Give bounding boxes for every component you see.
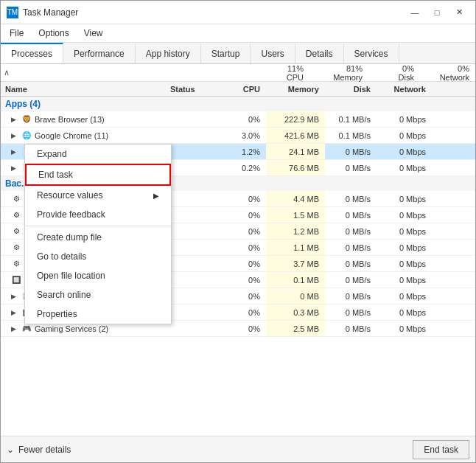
- row-memory: 3.7 MB: [266, 256, 325, 271]
- row-network: 0 Mbps: [377, 276, 432, 285]
- close-button[interactable]: ✕: [449, 5, 469, 20]
- menu-options[interactable]: Options: [32, 26, 74, 41]
- row-cpu: 0%: [222, 276, 266, 285]
- row-network: 0 Mbps: [377, 227, 432, 236]
- row-name: ▶ 🌐 Google Chrome (11): [1, 130, 170, 141]
- menu-file[interactable]: File: [4, 26, 29, 41]
- ctx-end-task[interactable]: End task: [25, 164, 171, 186]
- bottom-bar: ⌄ Fewer details End task: [1, 436, 475, 462]
- row-memory: 2.5 MB: [266, 321, 325, 336]
- row-memory: 1.5 MB: [266, 207, 325, 223]
- row-disk: 0 MB/s: [325, 324, 377, 333]
- minimize-button[interactable]: —: [405, 5, 425, 20]
- ctx-resource-values[interactable]: Resource values ▶: [25, 186, 171, 205]
- row-memory: 1.2 MB: [266, 223, 325, 239]
- fewer-details-button[interactable]: ⌄ Fewer details: [7, 445, 71, 455]
- row-disk: 0 MB/s: [325, 147, 377, 156]
- fewer-details-label: Fewer details: [18, 445, 71, 455]
- ctx-provide-feedback[interactable]: Provide feedback: [25, 205, 171, 224]
- expand-icon[interactable]: ▶: [11, 164, 18, 172]
- menu-view[interactable]: View: [78, 26, 109, 41]
- expand-icon[interactable]: ▶: [11, 132, 18, 139]
- table-row[interactable]: ▶ 🦁 Brave Browser (13) 0% 222.9 MB 0.1 M…: [1, 111, 475, 128]
- ctx-open-file-location[interactable]: Open file location: [25, 266, 171, 285]
- tab-services[interactable]: Services: [344, 43, 399, 63]
- ctx-properties[interactable]: Properties: [25, 304, 171, 324]
- tab-processes[interactable]: Processes: [1, 43, 63, 63]
- ctx-expand[interactable]: Expand: [25, 145, 171, 164]
- col-header-disk[interactable]: Disk: [325, 85, 377, 94]
- tab-users[interactable]: Users: [251, 43, 295, 63]
- row-cpu: 0%: [222, 243, 266, 252]
- title-bar-left: TM Task Manager: [7, 7, 78, 18]
- row-disk: 0 MB/s: [325, 195, 377, 203]
- expand-icon[interactable]: ▶: [11, 309, 18, 316]
- memory-percent: 81% Memory: [309, 64, 368, 82]
- col-header-name[interactable]: Name: [1, 85, 170, 94]
- task-manager-window: TM Task Manager — □ ✕ File Options View …: [0, 0, 476, 463]
- bg-icon: ⚙: [11, 194, 21, 204]
- row-disk: 0 MB/s: [325, 243, 377, 252]
- window-controls: — □ ✕: [405, 5, 469, 20]
- row-cpu: 1.2%: [222, 147, 266, 156]
- section-header-apps: Apps (4): [1, 97, 475, 111]
- ctx-go-to-details[interactable]: Go to details: [25, 247, 171, 266]
- row-network: 0 Mbps: [377, 308, 432, 317]
- tab-performance[interactable]: Performance: [63, 43, 136, 63]
- maximize-button[interactable]: □: [427, 5, 447, 20]
- table-row[interactable]: ▶ 🌐 Google Chrome (11) 3.0% 421.6 MB 0.1…: [1, 128, 475, 144]
- tab-app-history[interactable]: App history: [136, 43, 201, 63]
- row-memory: 0 MB: [266, 288, 325, 304]
- ctx-search-online[interactable]: Search online: [25, 285, 171, 304]
- col-header-memory[interactable]: Memory: [266, 85, 325, 94]
- col-header-cpu[interactable]: CPU: [222, 85, 266, 94]
- fewer-details-icon: ⌄: [7, 445, 14, 455]
- row-disk: 0 MB/s: [325, 276, 377, 285]
- row-memory: 1.1 MB: [266, 240, 325, 255]
- row-memory: 4.4 MB: [266, 191, 325, 206]
- window-title: Task Manager: [23, 7, 78, 18]
- row-cpu: 0%: [222, 260, 266, 268]
- gaming-icon: 🎮: [21, 324, 32, 334]
- row-memory: 0.1 MB: [266, 272, 325, 288]
- tab-details[interactable]: Details: [295, 43, 344, 63]
- col-header-network[interactable]: Network: [377, 85, 432, 94]
- tab-bar: Processes Performance App history Startu…: [1, 43, 475, 64]
- row-network: 0 Mbps: [377, 195, 432, 203]
- row-network: 0 Mbps: [377, 324, 432, 333]
- end-task-button[interactable]: End task: [413, 440, 469, 459]
- row-disk: 0 MB/s: [325, 164, 377, 173]
- row-network: 0 Mbps: [377, 164, 432, 173]
- row-disk: 0 MB/s: [325, 227, 377, 236]
- row-cpu: 0%: [222, 292, 266, 301]
- sort-arrow-icon: ∧: [4, 68, 10, 77]
- bg-icon: ⚙: [11, 226, 21, 237]
- expand-icon[interactable]: ▶: [11, 116, 18, 123]
- row-cpu: 0%: [222, 115, 266, 124]
- row-memory: 0.3 MB: [266, 304, 325, 320]
- row-disk: 0 MB/s: [325, 292, 377, 301]
- row-memory: 76.6 MB: [266, 160, 325, 175]
- ctx-create-dump[interactable]: Create dump file: [25, 228, 171, 247]
- network-percent: 0% Network: [420, 64, 475, 82]
- row-cpu: 0%: [222, 324, 266, 333]
- column-headers: Name Status CPU Memory Disk Network: [1, 82, 475, 97]
- expand-icon[interactable]: ▶: [11, 148, 18, 156]
- expand-icon[interactable]: ▶: [11, 325, 18, 333]
- row-network: 0 Mbps: [377, 147, 432, 156]
- row-cpu: 0%: [222, 195, 266, 203]
- chrome-icon: 🌐: [21, 130, 32, 141]
- row-disk: 0 MB/s: [325, 211, 377, 220]
- row-disk: 0.1 MB/s: [325, 131, 377, 140]
- row-network: 0 Mbps: [377, 115, 432, 124]
- title-bar: TM Task Manager — □ ✕: [1, 1, 475, 24]
- tab-startup[interactable]: Startup: [201, 43, 251, 63]
- app-icon: TM: [7, 7, 18, 18]
- apps-label: Apps (4): [5, 99, 41, 109]
- row-network: 0 Mbps: [377, 211, 432, 220]
- col-header-status[interactable]: Status: [170, 85, 222, 94]
- row-disk: 0.1 MB/s: [325, 115, 377, 124]
- row-name: ▶ 🎮 Gaming Services (2): [1, 324, 170, 334]
- row-network: 0 Mbps: [377, 292, 432, 301]
- expand-icon[interactable]: ▶: [11, 293, 18, 300]
